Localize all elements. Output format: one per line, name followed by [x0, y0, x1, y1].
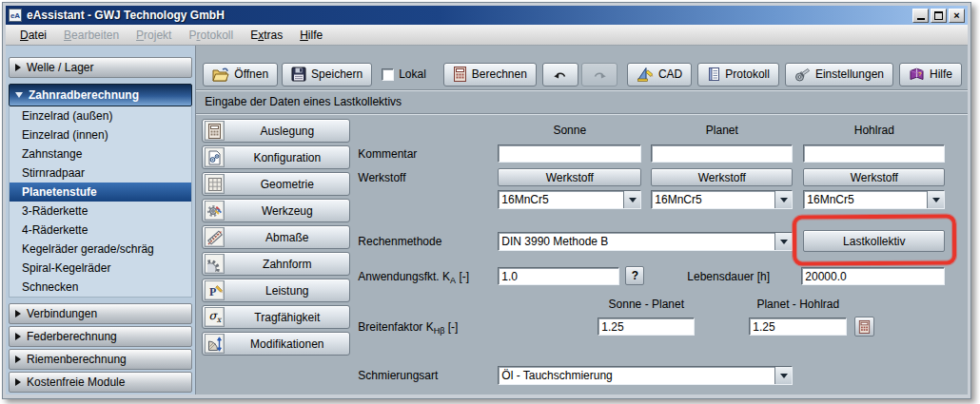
sidebar-header-verbindungen[interactable]: Verbindungen: [9, 303, 192, 324]
werkzeug-button[interactable]: Werkzeug: [202, 199, 350, 222]
calculate-button[interactable]: Berechnen: [443, 63, 537, 87]
menu-bearbeiten[interactable]: Bearbeiten: [55, 27, 127, 44]
menu-protokoll[interactable]: Protokoll: [180, 27, 242, 44]
menu-projekt[interactable]: Projekt: [127, 27, 180, 44]
leistung-button[interactable]: P Leistung: [202, 279, 350, 302]
sidebar-header-welle-lager[interactable]: Welle / Lager: [9, 57, 192, 78]
material-button-sonne[interactable]: Werkstoff: [498, 168, 641, 186]
load-spectrum-button[interactable]: Lastkollektiv: [803, 230, 945, 252]
title-bar[interactable]: eA eAssistant - GWJ Technology GmbH ×: [6, 6, 968, 25]
menu-bar: Datei Bearbeiten Projekt Protokoll Extra…: [6, 25, 968, 46]
notepad-icon: [707, 67, 720, 82]
width-factor-input-sonne-planet[interactable]: [598, 317, 695, 336]
sidebar-item-kegelraeder[interactable]: Kegelräder gerade/schräg: [10, 240, 191, 259]
konfiguration-button[interactable]: Konfiguration: [202, 145, 350, 169]
tragfaehigkeit-button[interactable]: σx Tragfähigkeit: [202, 305, 350, 329]
sidebar-item-schnecken[interactable]: Schnecken: [10, 278, 191, 297]
dropdown-arrow-icon[interactable]: [774, 367, 792, 384]
cad-triangle-icon: [637, 67, 654, 82]
sidebar-header-zahnradberechnung[interactable]: Zahnradberechnung: [9, 84, 192, 106]
sidebar-item-stirnradpaar[interactable]: Stirnradpaar: [10, 164, 191, 183]
column-header-hohlrad: Hohlrad: [803, 124, 945, 137]
protocol-button[interactable]: Protokoll: [697, 63, 779, 87]
cad-button-label: CAD: [658, 67, 682, 81]
zahnform-button[interactable]: Zahnform: [202, 252, 350, 276]
werkzeug-button-label: Werkzeug: [226, 204, 347, 218]
svg-text:?: ?: [918, 71, 922, 77]
material-button-planet[interactable]: Werkstoff: [651, 168, 793, 186]
dropdown-arrow-icon[interactable]: [623, 191, 640, 208]
app-icon: eA: [9, 9, 22, 22]
material-select-hohlrad[interactable]: 16MnCr5: [803, 190, 945, 209]
comment-input-hohlrad[interactable]: [803, 144, 945, 163]
tooth-form-icon: [205, 254, 225, 274]
open-button[interactable]: Öffnen: [203, 63, 278, 87]
application-factor-label: Anwendungsfkt. KA [-]: [358, 270, 469, 285]
cad-button[interactable]: CAD: [627, 63, 692, 87]
abmasse-button[interactable]: Abmaße: [202, 225, 350, 249]
open-button-label: Öffnen: [234, 67, 268, 81]
svg-text:P: P: [209, 284, 216, 298]
material-button-hohlrad[interactable]: Werkstoff: [803, 168, 945, 186]
width-factor-input-planet-hohlrad[interactable]: [749, 317, 847, 336]
sidebar-item-4-raederkette[interactable]: 4-Räderkette: [10, 221, 191, 240]
section-title: Eingabe der Daten eines Lastkollektivs: [196, 89, 968, 114]
sidebar-item-3-raederkette[interactable]: 3-Räderkette: [10, 202, 191, 221]
local-checkbox[interactable]: [382, 68, 394, 81]
material-select-planet[interactable]: 16MnCr5: [651, 190, 793, 209]
chevron-right-icon: [15, 333, 21, 340]
help-button-label: Hilfe: [930, 67, 952, 81]
floppy-disk-icon: [291, 67, 306, 82]
maximize-button[interactable]: [931, 9, 947, 23]
tragfaehigkeit-button-label: Tragfähigkeit: [226, 311, 347, 324]
power-pencil-icon: P: [205, 280, 225, 300]
sidebar-item-einzelrad-innen[interactable]: Einzelrad (innen): [10, 125, 191, 144]
modifikationen-button[interactable]: Modifikationen: [202, 332, 350, 356]
auslegung-button[interactable]: Auslegung: [202, 119, 350, 143]
undo-button[interactable]: [542, 63, 578, 87]
minimize-button[interactable]: [912, 9, 929, 23]
method-select[interactable]: DIN 3990 Methode B: [498, 232, 793, 251]
dropdown-arrow-icon[interactable]: [774, 191, 792, 208]
sidebar-item-spiral-kegelraeder[interactable]: Spiral-Kegelräder: [10, 259, 191, 278]
gear-calculation-list: Einzelrad (außen) Einzelrad (innen) Zahn…: [9, 106, 192, 298]
menu-hilfe[interactable]: Hilfe: [291, 27, 331, 44]
sidebar-header-federberechnung[interactable]: Federberechnung: [9, 326, 192, 347]
sidebar-item-planetenstufe[interactable]: Planetenstufe: [10, 183, 191, 202]
close-icon: ×: [953, 11, 959, 20]
settings-button[interactable]: Einstellungen: [785, 63, 893, 87]
book-icon: ?: [909, 67, 925, 82]
modifications-icon: [205, 334, 225, 354]
material-label: Werkstoff: [358, 171, 405, 184]
configuration-icon: [205, 147, 225, 167]
chevron-down-icon: [15, 92, 23, 98]
help-question-button[interactable]: ?: [625, 266, 644, 285]
pair-header-sonne-planet: Sonne - Planet: [598, 298, 695, 311]
menu-datei[interactable]: Datei: [11, 27, 55, 44]
pair-header-planet-hohlrad: Planet - Hohlrad: [749, 298, 847, 311]
konfiguration-button-label: Konfiguration: [226, 151, 347, 164]
app-window: eA eAssistant - GWJ Technology GmbH × Da…: [2, 2, 971, 399]
width-factor-calculator-button[interactable]: [854, 317, 874, 337]
comment-input-sonne[interactable]: [498, 144, 641, 163]
sidebar-item-zahnstange[interactable]: Zahnstange: [10, 144, 191, 164]
comment-input-planet[interactable]: [651, 144, 793, 163]
save-button[interactable]: Speichern: [282, 63, 372, 87]
sidebar-item-einzelrad-aussen[interactable]: Einzelrad (außen): [10, 106, 191, 125]
redo-button[interactable]: [581, 63, 617, 87]
local-option: Lokal: [382, 67, 426, 81]
lifetime-input[interactable]: [801, 267, 945, 285]
geometrie-button[interactable]: Geometrie: [202, 172, 350, 196]
material-select-sonne[interactable]: 16MnCr5: [498, 190, 641, 209]
close-button[interactable]: ×: [949, 9, 965, 23]
settings-button-label: Einstellungen: [815, 67, 884, 81]
input-form-area: Auslegung Konfiguration Geometrie W: [196, 114, 968, 394]
dropdown-arrow-icon[interactable]: [927, 191, 944, 208]
lubrication-select[interactable]: Öl - Tauchschmierung: [498, 366, 793, 385]
application-factor-input[interactable]: [498, 267, 619, 285]
menu-extras[interactable]: Extras: [242, 27, 291, 44]
help-button[interactable]: ? Hilfe: [899, 63, 962, 87]
sidebar-header-kostenfreie-module[interactable]: Kostenfreie Module: [9, 372, 192, 393]
sidebar-header-riemenberechnung[interactable]: Riemenberechnung: [9, 349, 192, 370]
dropdown-arrow-icon[interactable]: [774, 233, 792, 250]
